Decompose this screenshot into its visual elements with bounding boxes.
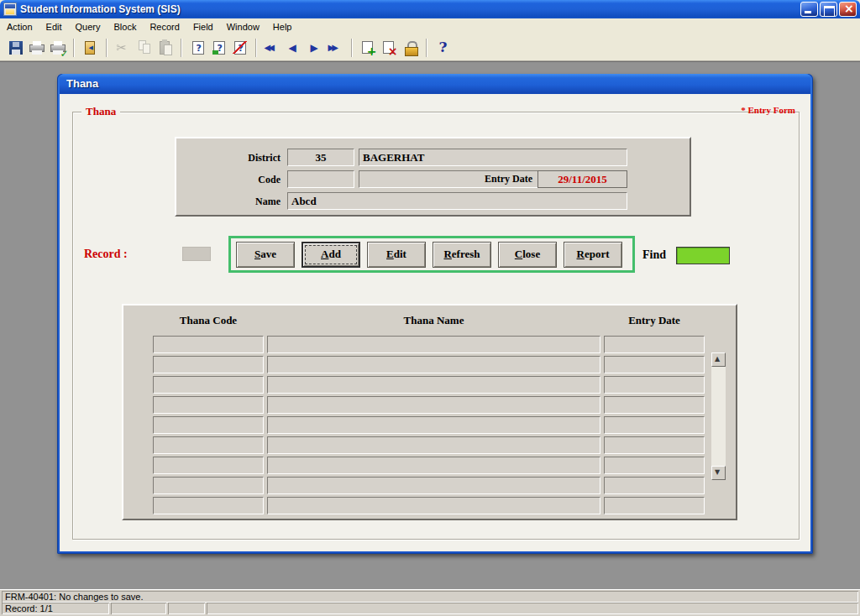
table-cell[interactable] — [153, 376, 264, 394]
next-record-button[interactable] — [304, 38, 325, 59]
table-cell[interactable] — [267, 497, 600, 514]
report-button[interactable]: Report — [564, 242, 622, 268]
action-button-bar: SaveAddEditRefreshCloseReport — [228, 236, 635, 273]
table-header-0: Thana Code — [153, 314, 264, 329]
menu-block[interactable]: Block — [108, 18, 144, 35]
maximize-button[interactable] — [820, 2, 837, 17]
statusbar-cell — [168, 603, 205, 614]
insert-record-icon — [360, 39, 377, 56]
find-input[interactable] — [676, 247, 730, 264]
table-cell[interactable] — [153, 457, 264, 474]
cut-button[interactable] — [113, 38, 134, 59]
table-cell[interactable] — [267, 336, 600, 353]
last-record-button[interactable] — [325, 38, 346, 59]
table-cell[interactable] — [604, 457, 705, 474]
enter-query-button[interactable] — [187, 38, 208, 59]
table-cell[interactable] — [604, 416, 705, 434]
lock-record-button[interactable] — [400, 38, 421, 59]
menu-action[interactable]: Action — [0, 18, 39, 35]
table-cell[interactable] — [267, 396, 600, 414]
save-icon — [8, 39, 24, 56]
table-cell[interactable] — [153, 436, 264, 454]
table-cell[interactable] — [604, 436, 705, 454]
previous-record-icon — [286, 39, 302, 56]
table-cell[interactable] — [267, 457, 600, 474]
status-bar: FRM-40401: No changes to save. Record: 1… — [0, 589, 860, 616]
save-button[interactable]: Save — [236, 242, 295, 268]
table-header-1: Thana Name — [267, 314, 600, 329]
scroll-down-button[interactable] — [711, 466, 726, 480]
record-indicator: Record: 1/1 — [2, 603, 109, 614]
statusbar-cell — [111, 603, 166, 614]
paste-button[interactable] — [155, 38, 176, 59]
help-button[interactable] — [433, 38, 454, 59]
table-cell[interactable] — [604, 497, 705, 514]
menu-query[interactable]: Query — [69, 18, 108, 35]
table-cell[interactable] — [153, 336, 264, 353]
table-cell[interactable] — [267, 376, 600, 394]
child-window-title-bar[interactable]: Thana — [60, 74, 810, 94]
table-cell[interactable] — [604, 336, 705, 353]
entry-date-strip: Entry Date 29/11/2015 — [359, 170, 627, 188]
menu-edit[interactable]: Edit — [39, 18, 69, 35]
print-check-button[interactable] — [47, 38, 68, 59]
name-field[interactable]: Abcd — [287, 192, 627, 210]
table-cell[interactable] — [153, 477, 264, 494]
scroll-up-button[interactable] — [711, 352, 726, 367]
table-cell[interactable] — [267, 416, 600, 434]
entry-form-note: * Entry Form — [741, 105, 795, 115]
toolbar-separator — [73, 39, 75, 57]
cancel-query-button[interactable] — [229, 38, 250, 59]
execute-query-button[interactable] — [208, 38, 229, 59]
save-button[interactable] — [5, 38, 26, 59]
table-cell[interactable] — [153, 396, 264, 414]
first-record-icon — [265, 39, 281, 56]
edit-button[interactable]: Edit — [367, 242, 426, 268]
table-cell[interactable] — [267, 356, 600, 373]
record-label: Record : — [84, 248, 128, 261]
first-record-button[interactable] — [262, 38, 283, 59]
copy-button[interactable] — [134, 38, 155, 59]
district-name-field[interactable]: BAGERHAT — [359, 149, 627, 166]
window-title: Student Information System (SIS) — [20, 0, 181, 18]
close-button[interactable]: Close — [498, 242, 557, 268]
menu-field[interactable]: Field — [186, 18, 220, 35]
copy-icon — [136, 39, 153, 56]
refresh-button[interactable]: Refresh — [433, 242, 491, 268]
insert-record-button[interactable] — [358, 38, 379, 59]
lock-record-icon — [402, 39, 419, 56]
table-cell[interactable] — [153, 416, 264, 434]
menu-help[interactable]: Help — [266, 18, 299, 35]
delete-record-button[interactable] — [379, 38, 400, 59]
close-button[interactable] — [839, 2, 857, 17]
find-label: Find — [642, 248, 666, 262]
delete-record-icon — [381, 39, 398, 56]
table-row — [153, 416, 736, 434]
window-controls — [799, 2, 857, 17]
next-record-icon — [307, 39, 323, 56]
table-cell[interactable] — [267, 436, 600, 454]
district-code-field[interactable]: 35 — [287, 149, 354, 166]
table-cell[interactable] — [267, 477, 600, 494]
table-header-2: Entry Date — [604, 314, 705, 329]
entry-date-field[interactable]: 29/11/2015 — [538, 170, 627, 188]
table-cell[interactable] — [604, 396, 705, 414]
toolbar-separator — [106, 39, 108, 57]
add-button[interactable]: Add — [302, 242, 360, 268]
table-row — [153, 457, 736, 474]
code-field[interactable] — [287, 170, 354, 188]
fields-panel: District 35 BAGERHAT Code Entry Date 29/… — [175, 137, 691, 217]
table-cell[interactable] — [604, 356, 705, 373]
table-cell[interactable] — [153, 356, 264, 373]
menu-record[interactable]: Record — [143, 18, 186, 35]
table-cell[interactable] — [604, 477, 705, 494]
menu-window[interactable]: Window — [220, 18, 266, 35]
minimize-button[interactable] — [800, 2, 818, 17]
scrollbar-track[interactable] — [711, 367, 726, 466]
table-cell[interactable] — [604, 376, 705, 394]
exit-button[interactable] — [80, 38, 101, 59]
print-button[interactable] — [26, 38, 47, 59]
table-cell[interactable] — [153, 497, 264, 514]
previous-record-button[interactable] — [283, 38, 304, 59]
mdi-area: Thana Thana * Entry Form District 35 BAG… — [0, 61, 860, 589]
